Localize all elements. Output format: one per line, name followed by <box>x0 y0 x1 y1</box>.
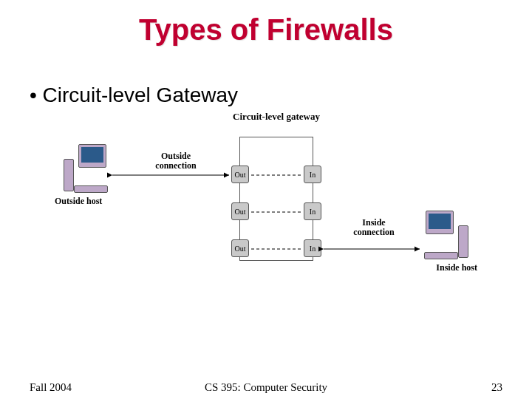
port-in-3: In <box>304 239 321 257</box>
inside-connection-label: Inside connection <box>344 218 403 237</box>
monitor-icon <box>78 144 106 168</box>
gateway-box-label: Circuit-level gateway <box>231 112 322 122</box>
inside-host-label: Inside host <box>436 262 477 273</box>
slide-title: Types of Firewalls <box>0 13 532 47</box>
bullet-item: • Circuit-level Gateway <box>30 83 532 107</box>
circuit-gateway-diagram: Circuit-level gateway Out In Out In Out … <box>59 115 473 292</box>
tower-icon <box>64 159 74 191</box>
bullet-text: Circuit-level Gateway <box>43 83 239 106</box>
monitor-icon <box>426 211 454 234</box>
tower-icon <box>458 225 468 258</box>
inside-host-icon: Inside host <box>421 211 473 259</box>
port-out-2: Out <box>231 202 249 220</box>
footer-page: 23 <box>491 381 502 394</box>
gateway-box: Out In Out In Out In <box>239 137 313 261</box>
keyboard-icon <box>74 185 108 193</box>
outside-host-label: Outside host <box>55 196 102 207</box>
port-out-3: Out <box>231 239 249 257</box>
port-in-2: In <box>304 202 321 220</box>
port-in-1: In <box>304 166 321 183</box>
footer-course: CS 395: Computer Security <box>0 381 532 394</box>
outside-host-icon: Outside host <box>59 144 111 193</box>
port-out-1: Out <box>231 166 249 183</box>
outside-connection-label: Outside connection <box>146 151 205 171</box>
keyboard-icon <box>424 252 458 259</box>
